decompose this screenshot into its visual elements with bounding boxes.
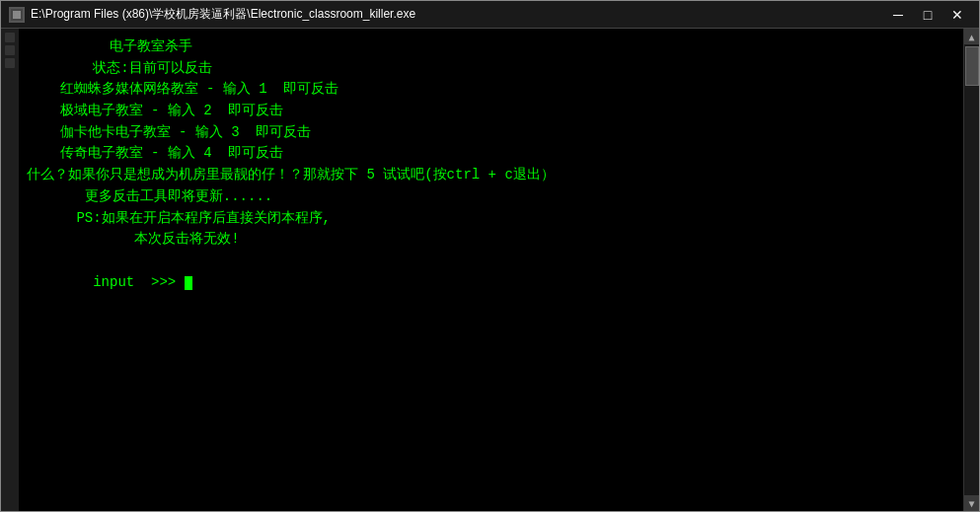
window-title: E:\Program Files (x86)\学校机房装逼利器\Electron… (31, 6, 415, 23)
titlebar: E:\Program Files (x86)\学校机房装逼利器\Electron… (1, 1, 979, 29)
console-line-2: 状态:目前可以反击 (27, 58, 959, 80)
scrollbar-up-button[interactable]: ▲ (964, 29, 980, 44)
left-strip-dot-3 (5, 58, 15, 68)
scrollbar-down-button[interactable]: ▼ (964, 495, 980, 511)
scrollbar-track[interactable] (964, 44, 980, 495)
console-line-9: PS:如果在开启本程序后直接关闭本程序, (27, 208, 959, 230)
console-output[interactable]: 电子教室杀手 状态:目前可以反击 红蜘蛛多媒体网络教室 - 输入 1 即可反击 … (19, 29, 963, 511)
window: E:\Program Files (x86)\学校机房装逼利器\Electron… (0, 0, 980, 512)
maximize-button[interactable]: □ (914, 4, 942, 26)
console-line-8: 更多反击工具即将更新...... (27, 186, 959, 208)
titlebar-left: E:\Program Files (x86)\学校机房装逼利器\Electron… (9, 6, 415, 23)
titlebar-controls: ─ □ ✕ (884, 4, 971, 26)
minimize-button[interactable]: ─ (884, 4, 912, 26)
console-line-4: 极域电子教室 - 输入 2 即可反击 (27, 101, 959, 122)
console-line-10: 本次反击将无效! (27, 229, 959, 251)
left-strip-dot-2 (5, 45, 15, 55)
left-strip (1, 29, 19, 511)
scrollbar[interactable]: ▲ ▼ (963, 29, 979, 511)
left-strip-dot-1 (5, 33, 15, 42)
console-input-line[interactable]: input >>> (27, 251, 959, 315)
console-area: 电子教室杀手 状态:目前可以反击 红蜘蛛多媒体网络教室 - 输入 1 即可反击 … (1, 29, 979, 511)
input-prompt: input >>> (93, 274, 184, 290)
svg-rect-1 (13, 11, 21, 19)
scrollbar-thumb[interactable] (965, 46, 979, 86)
console-line-3: 红蜘蛛多媒体网络教室 - 输入 1 即可反击 (27, 79, 959, 101)
close-button[interactable]: ✕ (943, 4, 971, 26)
cursor-blink (185, 276, 192, 290)
console-line-7: 什么？如果你只是想成为机房里最靓的仔！？那就按下 5 试试吧(按ctrl + c… (27, 165, 959, 186)
console-line-6: 传奇电子教室 - 输入 4 即可反击 (27, 143, 959, 165)
console-line-1: 电子教室杀手 (27, 37, 959, 58)
console-line-5: 伽卡他卡电子教室 - 输入 3 即可反击 (27, 122, 959, 144)
app-icon (9, 7, 25, 23)
